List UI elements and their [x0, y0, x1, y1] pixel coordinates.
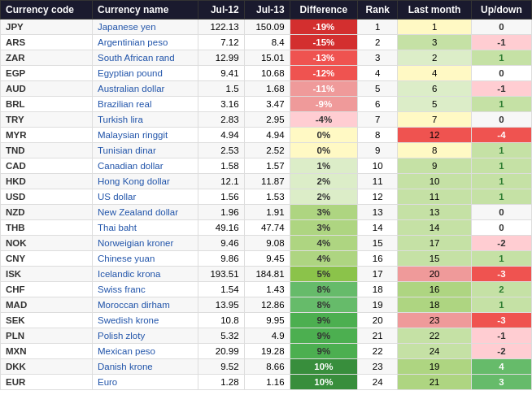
- currency-code: CNY: [1, 251, 93, 267]
- jul13-value: 2.52: [244, 143, 290, 158]
- table-row: CHFSwiss franc1.541.438%18162: [1, 282, 532, 297]
- jul13-value: 10.68: [244, 66, 290, 81]
- jul13-value: 8.66: [244, 359, 290, 375]
- updown-value: 4: [471, 359, 531, 375]
- currency-code: ISK: [1, 267, 93, 282]
- currency-name: Norweigian kroner: [92, 236, 198, 251]
- currency-name: Turkish lira: [92, 112, 198, 128]
- jul12-value: 9.41: [198, 66, 244, 81]
- col-header-code: Currency code: [1, 1, 93, 20]
- rank-value: 5: [358, 81, 398, 97]
- jul12-value: 122.13: [198, 20, 244, 35]
- currency-name: Japanese yen: [92, 20, 198, 35]
- difference-value: 9%: [290, 328, 357, 344]
- difference-value: 3%: [290, 205, 357, 220]
- jul12-value: 12.99: [198, 50, 244, 66]
- updown-value: -1: [471, 35, 531, 50]
- col-header-jul12: Jul-12: [198, 1, 244, 20]
- difference-value: 10%: [290, 359, 357, 375]
- currency-code: HKD: [1, 174, 93, 189]
- currency-code: USD: [1, 189, 93, 205]
- rank-value: 20: [358, 313, 398, 328]
- lastmonth-value: 11: [398, 189, 471, 205]
- table-row: ISKIcelandic krona193.51184.815%1720-3: [1, 267, 532, 282]
- updown-value: 2: [471, 282, 531, 297]
- lastmonth-value: 16: [398, 282, 471, 297]
- jul12-value: 10.8: [198, 313, 244, 328]
- table-row: DKKDanish krone9.528.6610%23194: [1, 359, 532, 375]
- jul12-value: 2.53: [198, 143, 244, 158]
- rank-value: 9: [358, 143, 398, 158]
- rank-value: 21: [358, 328, 398, 344]
- rank-value: 10: [358, 158, 398, 174]
- difference-value: 9%: [290, 344, 357, 359]
- rank-value: 16: [358, 251, 398, 267]
- currency-code: ZAR: [1, 50, 93, 66]
- jul13-value: 1.53: [244, 189, 290, 205]
- difference-value: 5%: [290, 267, 357, 282]
- jul13-value: 8.4: [244, 35, 290, 50]
- currency-code: CHF: [1, 282, 93, 297]
- col-header-rank: Rank: [358, 1, 398, 20]
- currency-name: Malaysian ringgit: [92, 128, 198, 143]
- difference-value: -9%: [290, 97, 357, 112]
- difference-value: 8%: [290, 282, 357, 297]
- currency-name: Chinese yuan: [92, 251, 198, 267]
- jul12-value: 5.32: [198, 328, 244, 344]
- jul12-value: 2.83: [198, 112, 244, 128]
- updown-value: 1: [471, 174, 531, 189]
- jul13-value: 4.9: [244, 328, 290, 344]
- jul13-value: 2.95: [244, 112, 290, 128]
- lastmonth-value: 20: [398, 267, 471, 282]
- table-row: EUREuro1.281.1610%24213: [1, 375, 532, 390]
- table-row: NZDNew Zealand dollar1.961.913%13130: [1, 205, 532, 220]
- currency-code: DKK: [1, 359, 93, 375]
- rank-value: 11: [358, 174, 398, 189]
- jul12-value: 9.46: [198, 236, 244, 251]
- lastmonth-value: 3: [398, 35, 471, 50]
- difference-value: -4%: [290, 112, 357, 128]
- currency-code: EUR: [1, 375, 93, 390]
- currency-name: South African rand: [92, 50, 198, 66]
- jul13-value: 47.74: [244, 220, 290, 236]
- rank-value: 7: [358, 112, 398, 128]
- updown-value: 0: [471, 20, 531, 35]
- updown-value: 0: [471, 205, 531, 220]
- updown-value: 3: [471, 375, 531, 390]
- currency-name: Danish krone: [92, 359, 198, 375]
- currency-code: THB: [1, 220, 93, 236]
- table-row: AUDAustralian dollar1.51.68-11%56-1: [1, 81, 532, 97]
- jul12-value: 1.56: [198, 189, 244, 205]
- lastmonth-value: 19: [398, 359, 471, 375]
- lastmonth-value: 4: [398, 66, 471, 81]
- lastmonth-value: 24: [398, 344, 471, 359]
- currency-code: ARS: [1, 35, 93, 50]
- updown-value: 1: [471, 297, 531, 313]
- currency-name: Hong Kong dollar: [92, 174, 198, 189]
- jul12-value: 3.16: [198, 97, 244, 112]
- jul13-value: 4.94: [244, 128, 290, 143]
- currency-code: PLN: [1, 328, 93, 344]
- lastmonth-value: 14: [398, 220, 471, 236]
- lastmonth-value: 23: [398, 313, 471, 328]
- table-row: SEKSwedish krone10.89.959%2023-3: [1, 313, 532, 328]
- table-row: MYRMalaysian ringgit4.944.940%812-4: [1, 128, 532, 143]
- currency-code: TND: [1, 143, 93, 158]
- currency-code: CAD: [1, 158, 93, 174]
- col-header-name: Currency name: [92, 1, 198, 20]
- jul13-value: 1.57: [244, 158, 290, 174]
- currency-name: Australian dollar: [92, 81, 198, 97]
- table-row: PLNPolish zloty5.324.99%2122-1: [1, 328, 532, 344]
- table-row: MADMoroccan dirham13.9512.868%19181: [1, 297, 532, 313]
- currency-name: Polish zloty: [92, 328, 198, 344]
- jul13-value: 1.91: [244, 205, 290, 220]
- table-row: ZARSouth African rand12.9915.01-13%321: [1, 50, 532, 66]
- jul12-value: 20.99: [198, 344, 244, 359]
- table-row: ARSArgentinian peso7.128.4-15%23-1: [1, 35, 532, 50]
- col-header-updown: Up/down: [471, 1, 531, 20]
- difference-value: 3%: [290, 220, 357, 236]
- header-row: Currency code Currency name Jul-12 Jul-1…: [1, 1, 532, 20]
- lastmonth-value: 21: [398, 375, 471, 390]
- currency-name: Tunisian dinar: [92, 143, 198, 158]
- updown-value: 1: [471, 158, 531, 174]
